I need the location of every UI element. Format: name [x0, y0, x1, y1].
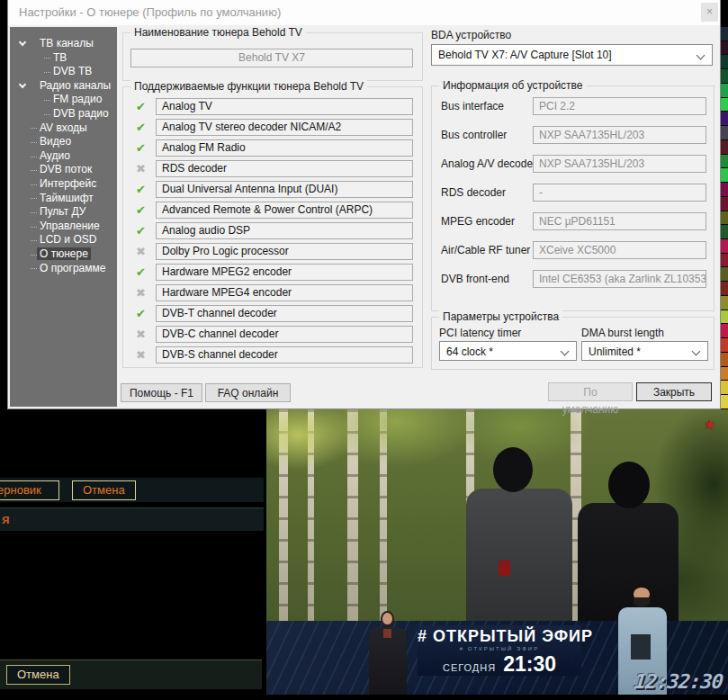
info-row: RDS decoder-: [441, 184, 706, 202]
bda-device-value: Behold TV X7: A/V Capture [Slot 10]: [438, 49, 612, 61]
sidebar-item-lcd-osd[interactable]: LCD и OSD: [10, 233, 117, 247]
feature-row: ✖DVB-S channel decoder: [134, 346, 413, 363]
sidebar-item-about-program[interactable]: О программе: [10, 262, 117, 276]
feature-field: Dolby Pro Logic processor: [156, 243, 413, 260]
bda-device-select[interactable]: Behold TV X7: A/V Capture [Slot 10]: [431, 44, 713, 66]
draft-button[interactable]: черновик: [0, 480, 59, 500]
pci-latency-value: 64 clock *: [446, 346, 493, 358]
pci-latency-select[interactable]: 64 clock *: [439, 341, 577, 361]
sidebar-item-fm-radio[interactable]: FM радио: [10, 93, 117, 107]
feature-field: Analog FM Radio: [156, 139, 413, 157]
feature-field: DVB-S channel decoder: [156, 346, 413, 363]
feature-row: ✔Hardware MPEG2 encoder: [134, 264, 413, 281]
cross-icon: ✖: [134, 346, 148, 363]
bottom-cancel-button[interactable]: Отмена: [6, 665, 70, 685]
info-row: Bus interfacePCI 2.2: [441, 97, 706, 115]
sidebar-item-dvb-tv[interactable]: DVB ТВ: [10, 65, 117, 79]
sidebar-item-interface[interactable]: Интерфейс: [10, 177, 117, 192]
promo-time: 21:30: [503, 652, 556, 677]
features-group: Поддерживаемые функции тюнера Behold TV …: [122, 86, 423, 368]
chevron-down-icon[interactable]: [19, 81, 26, 88]
sidebar-item-audio[interactable]: Аудио: [10, 149, 117, 164]
partial-text: я: [2, 511, 10, 526]
cross-icon: ✖: [134, 160, 148, 177]
feature-row: ✖DVB-C channel decoder: [134, 326, 413, 343]
background-row: я: [0, 507, 264, 531]
presenter-right-beard: [634, 597, 650, 606]
dma-burst-select[interactable]: Unlimited *: [581, 341, 708, 361]
sidebar-item-timeshift[interactable]: Таймшифт: [10, 192, 117, 206]
promo-banner: # ОТКРЫТЫЙ ЭФИР # ОТКРЫТЫЙ ЭФИР СЕГОДНЯ …: [418, 625, 581, 676]
help-button[interactable]: Помощь - F1: [121, 383, 202, 402]
check-icon: ✔: [134, 98, 148, 115]
dialog-titlebar: Настройки - О тюнере (Профиль по умолчан…: [8, 0, 720, 25]
feature-field: Analog TV: [156, 98, 413, 115]
presenter-right-tablet: [631, 634, 651, 660]
device-params-group: Параметры устройства PCI latency timer 6…: [431, 317, 715, 370]
sidebar-item-dvb-stream[interactable]: DVB поток: [10, 163, 117, 177]
info-field: XCeive XC5000: [533, 241, 706, 259]
feature-row: ✔Analog FM Radio: [134, 139, 413, 157]
sidebar-item-control[interactable]: Управление: [10, 220, 117, 234]
onscreen-clock: 12:32:30: [634, 670, 724, 693]
sidebar-item-tv[interactable]: ТВ: [10, 51, 117, 66]
feature-row: ✔Analog audio DSP: [134, 222, 413, 239]
cancel-button[interactable]: Отмена: [72, 480, 136, 500]
check-icon: ✔: [134, 139, 148, 157]
dma-burst-value: Unlimited *: [589, 346, 641, 358]
background-toolbar: черновик Отмена: [0, 478, 264, 502]
dialog-title: Настройки - О тюнере (Профиль по умолчан…: [19, 5, 281, 19]
feature-row: ✔Dual Universal Antenna Input (DUAI): [134, 181, 413, 198]
feature-row: ✔DVB-T channel decoder: [134, 305, 413, 322]
faq-online-button[interactable]: FAQ онлайн: [205, 383, 291, 402]
info-field: NEC µPD61151: [533, 212, 706, 230]
check-icon: ✔: [134, 202, 148, 219]
sidebar-item-radio-channels[interactable]: Радио каналы: [10, 79, 117, 94]
feature-row: ✔Analog TV stereo decoder NICAM/A2: [134, 119, 413, 136]
features-group-title: Поддерживаемые функции тюнера Behold TV: [130, 80, 367, 93]
info-row: Bus controllerNXP SAA7135HL/203: [441, 126, 706, 144]
masked-person-left-body: [466, 489, 572, 623]
chevron-down-icon: [697, 51, 706, 60]
feature-row: ✖Dolby Pro Logic processor: [134, 243, 413, 260]
feature-field: Analog TV stereo decoder NICAM/A2: [156, 119, 413, 136]
sidebar-item-av-inputs[interactable]: AV входы: [10, 121, 117, 136]
cross-icon: ✖: [134, 326, 148, 343]
sidebar-item-remote[interactable]: Пульт ДУ: [10, 205, 117, 220]
dma-burst-label: DMA burst length: [581, 327, 664, 339]
bda-device-label: BDA устройство: [431, 29, 511, 41]
defaults-button: По умолчанию: [548, 382, 633, 401]
red-patch: [499, 561, 510, 576]
check-icon: ✔: [134, 222, 148, 239]
tv-video-surface[interactable]: # ОТКРЫТЫЙ ЭФИР # ОТКРЫТЫЙ ЭФИР СЕГОДНЯ …: [266, 409, 728, 695]
promo-day: СЕГОДНЯ: [443, 662, 496, 673]
feature-row: ✖Hardware MPEG4 encoder: [134, 284, 413, 301]
info-field: NXP SAA7135HL/203: [533, 126, 706, 144]
channel-star-logo-icon: ★: [704, 417, 715, 433]
promo-title: # ОТКРЫТЫЙ ЭФИР: [418, 627, 581, 646]
masked-person-left-head: [493, 447, 533, 492]
check-icon: ✔: [134, 264, 148, 281]
feature-field: DVB-T channel decoder: [156, 305, 413, 322]
sidebar-item-tv-channels[interactable]: ТВ каналы: [10, 37, 117, 51]
sidebar-item-about-tuner[interactable]: О тюнере: [10, 247, 117, 262]
feature-row: ✖RDS decoder: [134, 160, 413, 177]
feature-field: DVB-C channel decoder: [156, 326, 413, 343]
cross-icon: ✖: [134, 284, 148, 301]
feature-row: ✔Analog TV: [134, 98, 413, 115]
check-icon: ✔: [134, 305, 148, 322]
settings-dialog: Настройки - О тюнере (Профиль по умолчан…: [7, 0, 721, 409]
chevron-down-icon[interactable]: [19, 39, 26, 46]
promo-subtitle: # ОТКРЫТЫЙ ЭФИР: [418, 646, 581, 652]
feature-field: Dual Universal Antenna Input (DUAI): [156, 181, 413, 198]
masked-person-right-head: [608, 462, 650, 508]
sidebar-item-dvb-radio[interactable]: DVB радио: [10, 107, 117, 121]
info-field: NXP SAA7135HL/203: [533, 155, 706, 173]
info-row: Analog A/V decoderNXP SAA7135HL/203: [441, 155, 706, 173]
sidebar-item-video[interactable]: Видео: [10, 135, 117, 149]
tuner-name-field: Behold TV X7: [130, 49, 413, 67]
screen: черновик Отмена я Отмена: [0, 0, 728, 700]
close-button[interactable]: Закрыть: [636, 382, 712, 401]
close-icon[interactable]: ×: [701, 3, 718, 22]
check-icon: ✔: [134, 119, 148, 136]
